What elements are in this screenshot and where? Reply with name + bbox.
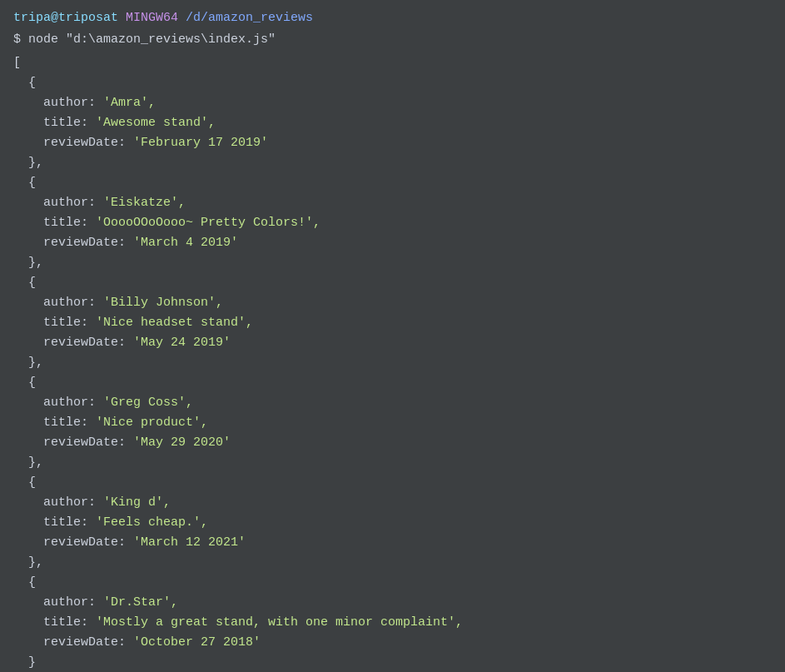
close-brace: }, bbox=[13, 153, 772, 173]
prompt-dir: /d/amazon_reviews bbox=[186, 11, 313, 25]
review-block-2: { author: 'Billy Johnson', title: 'Nice … bbox=[13, 273, 772, 373]
author-line: author: 'Eiskatze', bbox=[13, 193, 772, 213]
open-bracket: [ bbox=[13, 53, 772, 73]
title-line: title: 'Awesome stand', bbox=[13, 113, 772, 133]
author-line: author: 'King d', bbox=[13, 493, 772, 513]
open-brace: { bbox=[13, 573, 772, 593]
open-brace: { bbox=[13, 273, 772, 293]
title-line: title: 'Nice headset stand', bbox=[13, 313, 772, 333]
code-output: [ bbox=[13, 53, 772, 73]
author-line: author: 'Greg Coss', bbox=[13, 393, 772, 413]
prompt-user: tripa@triposat bbox=[13, 11, 118, 25]
author-line: author: 'Amra', bbox=[13, 93, 772, 113]
prompt-shell: MINGW64 bbox=[118, 11, 186, 25]
command-line: $ node "d:\amazon_reviews\index.js" bbox=[13, 30, 772, 50]
date-line: reviewDate: 'March 12 2021' bbox=[13, 533, 772, 553]
open-brace: { bbox=[13, 173, 772, 193]
close-brace: }, bbox=[13, 353, 772, 373]
terminal-prompt: tripa@triposat MINGW64 /d/amazon_reviews bbox=[13, 8, 772, 28]
title-line: title: 'Nice product', bbox=[13, 413, 772, 433]
close-brace: } bbox=[13, 653, 772, 672]
author-line: author: 'Billy Johnson', bbox=[13, 293, 772, 313]
open-brace: { bbox=[13, 73, 772, 93]
review-block-4: { author: 'King d', title: 'Feels cheap.… bbox=[13, 473, 772, 573]
author-line: author: 'Dr.Star', bbox=[13, 593, 772, 613]
title-line: title: 'Feels cheap.', bbox=[13, 513, 772, 533]
title-line: title: 'OoooOOoOooo~ Pretty Colors!', bbox=[13, 213, 772, 233]
date-line: reviewDate: 'May 24 2019' bbox=[13, 333, 772, 353]
date-line: reviewDate: 'March 4 2019' bbox=[13, 233, 772, 253]
open-brace: { bbox=[13, 473, 772, 493]
date-line: reviewDate: 'May 29 2020' bbox=[13, 433, 772, 453]
close-brace: }, bbox=[13, 553, 772, 573]
review-block-0: { author: 'Amra', title: 'Awesome stand'… bbox=[13, 73, 772, 173]
title-line: title: 'Mostly a great stand, with one m… bbox=[13, 613, 772, 633]
review-block-3: { author: 'Greg Coss', title: 'Nice prod… bbox=[13, 373, 772, 473]
reviews-container: { author: 'Amra', title: 'Awesome stand'… bbox=[13, 73, 772, 672]
review-block-1: { author: 'Eiskatze', title: 'OoooOOoOoo… bbox=[13, 173, 772, 273]
date-line: reviewDate: 'February 17 2019' bbox=[13, 133, 772, 153]
open-brace: { bbox=[13, 373, 772, 393]
review-block-5: { author: 'Dr.Star', title: 'Mostly a gr… bbox=[13, 573, 772, 672]
date-line: reviewDate: 'October 27 2018' bbox=[13, 633, 772, 653]
close-brace: }, bbox=[13, 453, 772, 473]
close-brace: }, bbox=[13, 253, 772, 273]
